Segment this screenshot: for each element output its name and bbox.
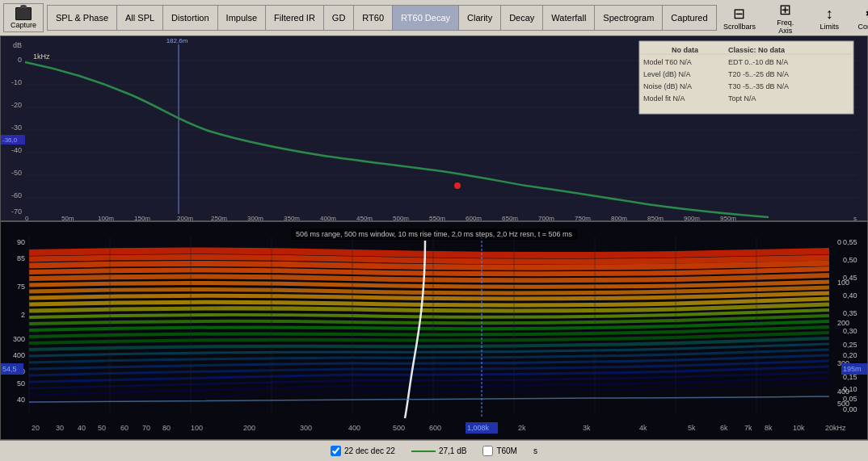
tab-spectrogram[interactable]: Spectrogram [595, 6, 663, 30]
svg-text:5k: 5k [688, 424, 696, 432]
svg-text:600: 600 [429, 424, 441, 432]
svg-text:75: 75 [17, 283, 25, 291]
svg-text:dB: dB [13, 41, 22, 49]
right-controls: ⊟ Scrollbars ⊞ Freq. Axis ↕ Limits ⚙ Con… [720, 0, 868, 36]
waterfall-svg: 0 100 200 300 400 500 90 85 75 2 300 400 [1, 222, 867, 439]
tab-gd[interactable]: GD [324, 6, 355, 30]
upper-chart: dB 0 -10 -20 -30 -40 -50 -60 -70 -36,0 [0, 36, 868, 221]
svg-text:0,35: 0,35 [843, 309, 857, 317]
svg-text:0,40: 0,40 [843, 291, 857, 300]
svg-text:-10: -10 [11, 78, 22, 86]
svg-text:850m: 850m [647, 215, 664, 220]
scrollbars-icon: ⊟ [733, 5, 745, 23]
tab-rt60-decay[interactable]: RT60 Decay [393, 6, 459, 30]
tab-impulse[interactable]: Impulse [218, 6, 267, 30]
svg-text:200: 200 [243, 424, 255, 432]
legend-line [411, 451, 436, 452]
svg-text:0: 0 [25, 215, 29, 220]
capture-button[interactable]: Capture [3, 3, 44, 32]
freq-axis-icon: ⊞ [779, 1, 791, 19]
upper-chart-svg: dB 0 -10 -20 -30 -40 -50 -60 -70 -36,0 [1, 36, 867, 220]
svg-text:No data: No data [672, 46, 699, 54]
svg-text:-20: -20 [11, 101, 22, 109]
svg-text:40: 40 [78, 424, 86, 432]
tab-rt60[interactable]: RT60 [354, 6, 393, 30]
svg-text:100m: 100m [98, 215, 114, 220]
svg-text:0,10: 0,10 [843, 385, 857, 393]
svg-text:20kHz: 20kHz [825, 424, 846, 432]
t60m-label: T60M [496, 446, 517, 455]
svg-text:1kHz: 1kHz [33, 52, 50, 61]
svg-text:0,15: 0,15 [843, 373, 857, 381]
svg-text:8k: 8k [765, 424, 773, 432]
svg-text:300m: 300m [247, 215, 263, 220]
limits-icon: ↕ [826, 6, 833, 23]
svg-text:-30: -30 [11, 124, 22, 132]
svg-text:0,25: 0,25 [843, 341, 857, 349]
svg-text:500m: 500m [393, 215, 409, 220]
tab-waterfall[interactable]: Waterfall [543, 6, 595, 30]
svg-text:-60: -60 [11, 191, 22, 199]
limits-button[interactable]: ↕ Limits [811, 4, 847, 32]
svg-text:500: 500 [393, 424, 405, 432]
toolbar: Capture SPL & Phase All SPL Distortion I… [0, 0, 868, 36]
t60m-checkbox[interactable] [482, 446, 493, 456]
tab-decay[interactable]: Decay [501, 6, 543, 30]
legend-db: 27,1 dB [411, 446, 466, 455]
svg-text:10k: 10k [793, 424, 805, 432]
svg-text:Topt             N/A: Topt N/A [728, 94, 756, 103]
svg-text:s: s [853, 215, 857, 220]
controls-button[interactable]: ⚙ Controls [853, 3, 868, 32]
svg-text:T30 -5..-35 dB  N/A: T30 -5..-35 dB N/A [728, 82, 789, 90]
svg-text:90: 90 [17, 238, 25, 246]
tab-all-spl[interactable]: All SPL [117, 6, 163, 30]
svg-text:85: 85 [17, 254, 25, 262]
svg-text:60: 60 [120, 424, 129, 432]
svg-text:30: 30 [56, 424, 64, 432]
svg-text:450m: 450m [356, 215, 373, 220]
scrollbars-label: Scrollbars [723, 23, 756, 31]
svg-text:1,008k: 1,008k [467, 424, 490, 432]
svg-text:40: 40 [17, 396, 25, 404]
controls-icon: ⚙ [865, 5, 868, 23]
measurement-checkbox[interactable] [331, 446, 341, 456]
content-area: dB 0 -10 -20 -30 -40 -50 -60 -70 -36,0 [0, 36, 868, 461]
tab-clarity[interactable]: Clarity [459, 6, 501, 30]
measurement-name: 22 dec dec 22 [344, 446, 395, 455]
svg-text:150m: 150m [134, 215, 150, 220]
svg-text:600m: 600m [466, 215, 482, 220]
chart-area: dB 0 -10 -20 -30 -40 -50 -60 -70 -36,0 [0, 36, 868, 461]
svg-text:80: 80 [162, 424, 171, 432]
t60m-checkbox-label: T60M [482, 446, 517, 456]
svg-text:350m: 350m [284, 215, 300, 220]
svg-text:-70: -70 [11, 207, 22, 216]
svg-text:Model fit   N/A: Model fit N/A [643, 94, 685, 103]
svg-text:20: 20 [32, 424, 40, 432]
svg-text:100: 100 [191, 424, 203, 432]
measurement-checkbox-label: 22 dec dec 22 [331, 446, 395, 456]
svg-text:182,6m: 182,6m [166, 37, 188, 44]
svg-text:-50: -50 [11, 169, 22, 177]
svg-text:700m: 700m [538, 215, 554, 220]
svg-text:300: 300 [13, 335, 25, 343]
tab-spl-phase[interactable]: SPL & Phase [48, 6, 117, 30]
svg-point-22 [454, 182, 461, 189]
freq-axis-button[interactable]: ⊞ Freq. Axis [765, 0, 805, 36]
svg-text:Model T60  N/A: Model T60 N/A [643, 58, 692, 66]
tab-distortion[interactable]: Distortion [163, 6, 217, 30]
scrollbars-button[interactable]: ⊟ Scrollbars [720, 3, 760, 32]
tab-captured[interactable]: Captured [663, 6, 715, 30]
svg-text:0,20: 0,20 [843, 351, 857, 359]
svg-text:0: 0 [18, 56, 22, 64]
tab-filtered-ir[interactable]: Filtered IR [266, 6, 324, 30]
svg-text:800m: 800m [611, 215, 627, 220]
svg-text:0,00: 0,00 [843, 405, 857, 413]
svg-text:400: 400 [348, 424, 360, 432]
svg-text:650m: 650m [502, 215, 518, 220]
svg-text:550m: 550m [429, 215, 445, 220]
svg-text:Level (dB)  N/A: Level (dB) N/A [643, 70, 691, 78]
svg-text:195m: 195m [843, 365, 862, 373]
svg-text:0,05: 0,05 [843, 395, 857, 403]
capture-label: Capture [11, 21, 36, 29]
svg-text:-40: -40 [11, 146, 22, 154]
